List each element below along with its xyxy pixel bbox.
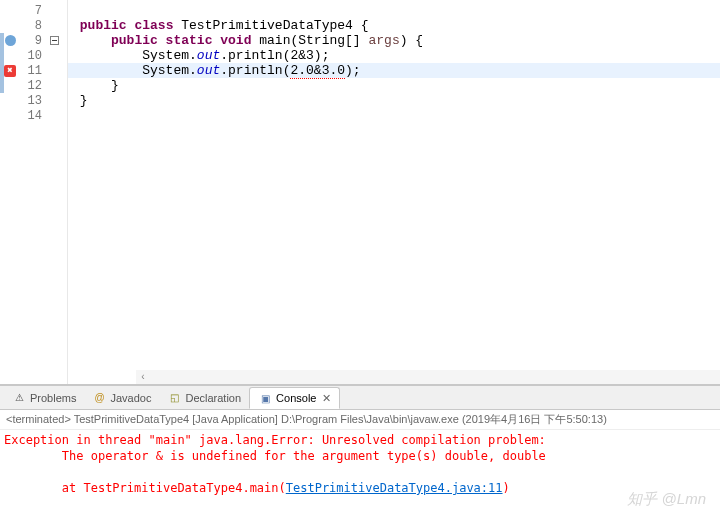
code-line[interactable]: System.out.println(2&3); [68,48,720,63]
line-number: 8 [20,19,44,33]
line-number: 10 [20,49,44,63]
gutter-row: ✖11 [0,63,67,78]
tab-label: Console [276,392,316,404]
change-bar [0,63,4,78]
change-bar [0,48,4,63]
close-icon[interactable]: ✕ [322,392,331,405]
bottom-pane: ⚠ Problems @ Javadoc ◱ Declaration ▣ Con… [0,385,720,517]
code-line[interactable]: public static void main(String[] args) { [68,33,720,48]
views-tabbar: ⚠ Problems @ Javadoc ◱ Declaration ▣ Con… [0,386,720,410]
tab-label: Declaration [185,392,241,404]
problems-icon: ⚠ [12,391,26,405]
tab-label: Problems [30,392,76,404]
stderr-line [4,464,716,480]
gutter-row: 14 [0,108,67,123]
error-icon: ✖ [4,65,16,77]
horizontal-scrollbar[interactable]: ‹ [136,370,720,384]
code-area[interactable]: public class TestPrimitiveDataType4 { pu… [68,0,720,384]
line-number: 7 [20,4,44,18]
gutter-row: 13 [0,93,67,108]
declaration-icon: ◱ [167,391,181,405]
stacktrace-link[interactable]: TestPrimitiveDataType4.java:11 [286,481,503,495]
line-number: 13 [20,94,44,108]
watermark: 知乎 @Lmn [627,490,706,509]
code-line[interactable]: System.out.println(2.0&3.0); [68,63,720,78]
gutter-row: 12 [0,78,67,93]
line-number: 9 [20,34,44,48]
javadoc-icon: @ [92,391,106,405]
code-line[interactable] [68,108,720,123]
console-header: <terminated> TestPrimitiveDataType4 [Jav… [0,410,720,430]
scroll-left-arrow[interactable]: ‹ [136,370,150,384]
stderr-line: The operator & is undefined for the argu… [4,448,716,464]
gutter-row: 8 [0,18,67,33]
fold-toggle-icon[interactable] [50,36,59,45]
code-line[interactable]: } [68,93,720,108]
change-bar [0,78,4,93]
stderr-line: Exception in thread "main" java.lang.Err… [4,432,716,448]
code-line[interactable]: public class TestPrimitiveDataType4 { [68,18,720,33]
tab-label: Javadoc [110,392,151,404]
tab-declaration[interactable]: ◱ Declaration [159,387,249,409]
console-icon: ▣ [258,391,272,405]
code-line[interactable] [68,3,720,18]
line-number: 12 [20,79,44,93]
line-number: 14 [20,109,44,123]
terminated-label: <terminated> TestPrimitiveDataType4 [Jav… [6,413,607,425]
gutter-row: 9 [0,33,67,48]
line-number: 11 [20,64,44,78]
code-editor[interactable]: 78910✖11121314 public class TestPrimitiv… [0,0,720,385]
tab-problems[interactable]: ⚠ Problems [4,387,84,409]
stacktrace-line: at TestPrimitiveDataType4.main(TestPrimi… [4,480,716,496]
console-output[interactable]: Exception in thread "main" java.lang.Err… [0,430,720,498]
tab-console[interactable]: ▣ Console ✕ [249,387,340,409]
change-bar [0,33,4,48]
code-line[interactable]: } [68,78,720,93]
gutter: 78910✖11121314 [0,0,68,384]
override-icon [5,35,16,46]
gutter-row: 10 [0,48,67,63]
tab-javadoc[interactable]: @ Javadoc [84,387,159,409]
gutter-row: 7 [0,3,67,18]
